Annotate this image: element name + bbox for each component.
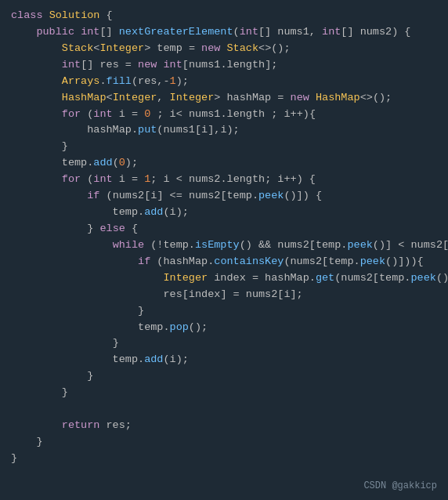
code-line-15: while (!temp.isEmpty() && nums2[temp.pee… bbox=[11, 237, 437, 254]
code-line-3: Stack<Integer> temp = new Stack<>(); bbox=[11, 41, 437, 57]
code-line-22: temp.add(i); bbox=[11, 352, 437, 368]
code-line-13: temp.add(i); bbox=[11, 205, 437, 221]
code-line-24: } bbox=[11, 385, 437, 401]
code-line-19: } bbox=[11, 303, 437, 320]
code-line-12: if (nums2[i] <= nums2[temp.peek()]) { bbox=[11, 188, 437, 205]
code-line-10: temp.add(0); bbox=[11, 155, 437, 172]
code-line-18: res[index] = nums2[i]; bbox=[11, 287, 437, 303]
code-line-14: } else { bbox=[11, 221, 437, 237]
code-line-23: } bbox=[11, 368, 437, 385]
code-block: class Solution { public int[] nextGreate… bbox=[0, 8, 448, 467]
code-line-5: Arrays.fill(res,-1); bbox=[11, 74, 437, 90]
watermark-text: CSDN @gakkicp bbox=[363, 479, 437, 494]
code-line-9: } bbox=[11, 139, 437, 155]
code-line-28: } bbox=[11, 451, 437, 467]
code-line-25 bbox=[11, 401, 437, 418]
code-line-21: } bbox=[11, 335, 437, 352]
code-line-2: public int[] nextGreaterElement(int[] nu… bbox=[11, 24, 437, 41]
code-line-20: temp.pop(); bbox=[11, 320, 437, 336]
code-line-6: HashMap<Integer, Integer> hashMap = new … bbox=[11, 90, 437, 107]
code-line-7: for (int i = 0 ; i< nums1.length ; i++){ bbox=[11, 107, 437, 123]
code-line-8: hashMap.put(nums1[i],i); bbox=[11, 122, 437, 139]
code-line-16: if (hashMap.containsKey(nums2[temp.peek(… bbox=[11, 254, 437, 270]
code-container: class Solution { public int[] nextGreate… bbox=[0, 0, 448, 500]
code-line-11: for (int i = 1; i < nums2.length; i++) { bbox=[11, 172, 437, 188]
code-line-26: return res; bbox=[11, 418, 437, 434]
code-line-1: class Solution { bbox=[11, 8, 437, 24]
code-line-4: int[] res = new int[nums1.length]; bbox=[11, 57, 437, 74]
code-line-27: } bbox=[11, 434, 437, 451]
code-line-17: Integer index = hashMap.get(nums2[temp.p… bbox=[11, 270, 437, 287]
